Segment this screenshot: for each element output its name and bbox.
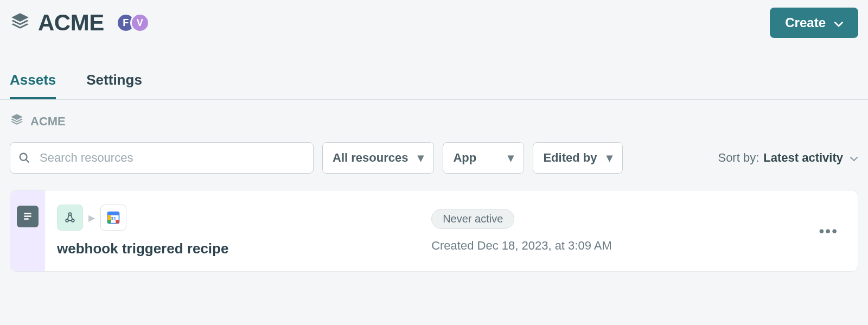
resource-type-filter[interactable]: All resources ▾	[322, 142, 434, 174]
avatar-stack: F V	[116, 13, 150, 33]
status-badge: Never active	[431, 209, 514, 229]
svg-line-1	[26, 160, 29, 163]
created-timestamp: Created Dec 18, 2023, at 3:09 AM	[431, 239, 612, 253]
sort-by-value: Latest activity	[763, 151, 843, 165]
svg-rect-4	[24, 218, 28, 220]
caret-down-icon: ▾	[508, 151, 514, 165]
search-input[interactable]	[10, 142, 314, 174]
create-button-label: Create	[785, 15, 826, 30]
app-chain: ▶ 31	[57, 205, 228, 231]
recipe-icon	[17, 206, 39, 227]
dropdown-label: Edited by	[543, 151, 597, 165]
tabs: Assets Settings	[0, 72, 868, 100]
svg-rect-3	[24, 215, 31, 217]
recipe-row[interactable]: ▶ 31 webhook triggered recipe Never acti…	[10, 190, 858, 272]
dropdown-label: All resources	[333, 151, 408, 165]
google-calendar-icon: 31	[100, 205, 126, 231]
chevron-down-icon	[850, 151, 858, 165]
svg-text:31: 31	[111, 215, 117, 221]
svg-rect-9	[108, 212, 119, 215]
svg-point-0	[20, 154, 27, 161]
webhook-icon	[57, 205, 83, 231]
recipe-name: webhook triggered recipe	[57, 240, 228, 257]
svg-point-5	[66, 219, 68, 222]
svg-rect-2	[24, 213, 31, 214]
page-title: ACME	[38, 10, 104, 36]
caret-down-icon: ▾	[418, 151, 424, 165]
ellipsis-icon: •••	[819, 222, 838, 239]
create-button[interactable]: Create	[770, 8, 858, 38]
more-actions-button[interactable]: •••	[815, 218, 843, 244]
caret-down-icon: ▾	[607, 151, 612, 165]
recipe-type-strip	[10, 190, 45, 271]
chevron-down-icon	[834, 15, 843, 30]
chevron-right-icon: ▶	[88, 213, 95, 223]
stack-icon	[10, 11, 30, 34]
tab-assets[interactable]: Assets	[10, 72, 56, 99]
edited-by-filter[interactable]: Edited by ▾	[533, 142, 623, 174]
app-filter[interactable]: App ▾	[443, 142, 524, 174]
svg-point-6	[72, 219, 74, 222]
breadcrumb-label: ACME	[30, 114, 66, 129]
stack-icon	[10, 113, 24, 130]
sort-by[interactable]: Sort by: Latest activity	[718, 151, 858, 165]
sort-by-label: Sort by:	[718, 151, 759, 165]
avatar[interactable]: V	[130, 13, 150, 33]
dropdown-label: App	[453, 151, 476, 165]
tab-settings[interactable]: Settings	[86, 72, 142, 99]
breadcrumb[interactable]: ACME	[0, 100, 868, 130]
